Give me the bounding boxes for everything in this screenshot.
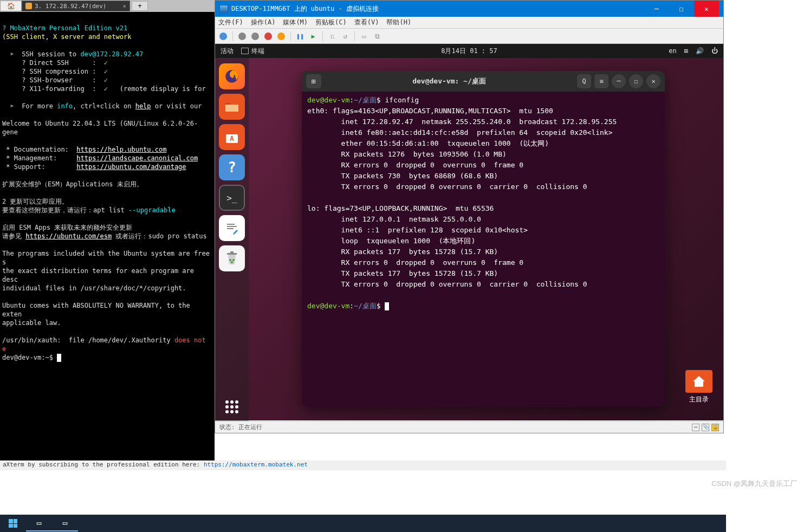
terminal-title: dev@dev-vm: ~/桌面 bbox=[321, 76, 577, 86]
clip-icon[interactable]: 📎 bbox=[702, 424, 709, 431]
prompt-path: ~/桌面 bbox=[354, 302, 377, 310]
ssh-browser: ? SSH-browser : bbox=[22, 76, 104, 84]
terminal-dock-icon[interactable]: >_ bbox=[219, 185, 245, 211]
menu-action[interactable]: 操作(A) bbox=[251, 18, 276, 27]
mgmt-label: * Management: bbox=[2, 154, 76, 162]
more-info: For more bbox=[22, 102, 57, 110]
new-tab-button[interactable]: + bbox=[132, 1, 148, 11]
ubuntu-desktop[interactable]: 活动 终端 8月14日 01 : 57 en ⊞ 🔊 ⏻ A ? >_ bbox=[215, 44, 723, 420]
mgmt-url[interactable]: https://landscape.canonical.com bbox=[76, 154, 198, 162]
share-button[interactable]: ⧉ bbox=[372, 31, 382, 41]
output-line: ether 00:15:5d:d6:a1:00 txqueuelen 1000 … bbox=[307, 139, 549, 147]
moba-footer: aXterm by subscribing to the professiona… bbox=[0, 460, 726, 470]
output-line: inet6 ::1 prefixlen 128 scopeid 0x10<hos… bbox=[307, 226, 528, 234]
info-link[interactable]: info bbox=[57, 102, 73, 110]
esm-enable: 启用 ESM Apps 来获取未来的额外安全更新 bbox=[2, 224, 132, 231]
reset-button[interactable]: ▶ bbox=[308, 31, 318, 41]
footer-link[interactable]: https://mobaxterm.mobatek.net bbox=[204, 461, 308, 468]
output-line: lo: flags=73<UP,LOOPBACK,RUNNING> mtu 65… bbox=[307, 204, 494, 212]
doc-url[interactable]: https://help.ubuntu.com bbox=[76, 146, 166, 153]
show-apps-button[interactable] bbox=[225, 400, 238, 413]
menu-media[interactable]: 媒体(M) bbox=[283, 18, 308, 27]
start-button[interactable] bbox=[237, 31, 247, 41]
menu-file[interactable]: 文件(F) bbox=[218, 18, 243, 27]
status-text: 状态: 正在运行 bbox=[219, 423, 262, 431]
x11-note: (remote display is for bbox=[120, 85, 206, 93]
hamburger-menu-button[interactable]: ≡ bbox=[594, 74, 608, 88]
output-line: eth0: flags=4163<UP,BROADCAST,RUNNING,MU… bbox=[307, 107, 553, 115]
output-line: inet 127.0.0.1 netmask 255.0.0.0 bbox=[307, 215, 481, 223]
output-line: RX packets 1276 bytes 1093506 (1.0 MB) bbox=[307, 150, 507, 158]
minimize-button[interactable]: ─ bbox=[644, 1, 669, 17]
prompt-user: dev@dev-vm bbox=[307, 302, 349, 310]
menu-help[interactable]: 帮助(H) bbox=[386, 18, 411, 27]
trash-icon[interactable] bbox=[219, 245, 245, 271]
menu-view[interactable]: 查看(V) bbox=[354, 18, 379, 27]
checkpoint-button[interactable]: ⎌ bbox=[327, 31, 337, 41]
lock-icon[interactable]: 🔒 bbox=[711, 424, 719, 431]
support-url[interactable]: https://ubuntu.com/advantage bbox=[76, 163, 186, 171]
terminal-body[interactable]: dev@dev-vm:~/桌面$ ifconfig eth0: flags=41… bbox=[302, 92, 665, 315]
svg-point-12 bbox=[231, 261, 233, 263]
close-icon[interactable]: × bbox=[122, 3, 126, 10]
datetime[interactable]: 8月14日 01 : 57 bbox=[441, 47, 497, 56]
separator bbox=[322, 31, 323, 41]
activities-button[interactable]: 活动 bbox=[221, 47, 234, 56]
help-icon[interactable]: ? bbox=[219, 154, 245, 180]
firefox-icon[interactable] bbox=[219, 63, 245, 89]
command: ifconfig bbox=[385, 96, 419, 104]
svg-point-11 bbox=[232, 259, 235, 261]
new-tab-button[interactable]: ⊞ bbox=[306, 74, 321, 88]
close-button[interactable]: ✕ bbox=[646, 74, 660, 88]
vm-title-bar[interactable]: DESKTOP-1IMMG6T 上的 ubuntu - 虚拟机连接 ─ ☐ ✕ bbox=[215, 1, 723, 17]
revert-button[interactable]: ↺ bbox=[340, 31, 350, 41]
svg-rect-6 bbox=[227, 226, 237, 227]
turnoff-button[interactable] bbox=[250, 31, 260, 41]
x11-forwarding: ? X11-forwarding : bbox=[22, 85, 104, 93]
text-editor-icon[interactable] bbox=[219, 215, 245, 241]
output-line: RX errors 0 dropped 0 overruns 0 frame 0 bbox=[307, 161, 523, 169]
moba-home-tab[interactable]: 🏠 bbox=[0, 1, 22, 11]
files-icon[interactable] bbox=[219, 94, 245, 120]
input-method[interactable]: en bbox=[669, 47, 676, 55]
app-indicator[interactable]: 终端 bbox=[241, 47, 264, 56]
svg-rect-7 bbox=[227, 228, 234, 229]
home-folder-desktop-icon[interactable]: 主目录 bbox=[685, 370, 712, 404]
cursor bbox=[385, 302, 389, 310]
enhanced-session-button[interactable]: ▭ bbox=[359, 31, 369, 41]
esm-url[interactable]: https://ubuntu.com/esm bbox=[25, 232, 112, 240]
moba-session-tab[interactable]: 3. 172.28.92.47(dev) × bbox=[22, 1, 130, 11]
moba-terminal[interactable]: ? MobaXterm Personal Edition v21 (SSH cl… bbox=[0, 12, 215, 374]
output-line: RX packets 177 bytes 15728 (15.7 KB) bbox=[307, 248, 498, 256]
menu-clipboard[interactable]: 剪贴板(C) bbox=[315, 18, 347, 27]
topbar-left: 活动 终端 bbox=[221, 47, 264, 56]
maximize-button[interactable]: ☐ bbox=[669, 1, 694, 17]
ubuntu-dock: A ? >_ bbox=[215, 58, 249, 421]
start-button[interactable] bbox=[0, 515, 26, 531]
taskbar-app[interactable]: ▭ bbox=[52, 515, 78, 531]
pause-button[interactable]: ❚❚ bbox=[295, 31, 305, 41]
ctrl-alt-del-button[interactable] bbox=[218, 31, 228, 41]
svg-rect-5 bbox=[227, 224, 235, 225]
direct-ssh: ? Direct SSH : bbox=[22, 59, 104, 67]
save-button[interactable] bbox=[276, 31, 286, 41]
welcome-msg: Welcome to Ubuntu 22.04.3 LTS (GNU/Linux… bbox=[2, 120, 198, 136]
shutdown-button[interactable] bbox=[263, 31, 273, 41]
display-icon[interactable]: ▭ bbox=[692, 424, 699, 431]
programs2: the exact distribution terms for each pr… bbox=[2, 267, 198, 283]
power-icon[interactable]: ⏻ bbox=[711, 47, 718, 55]
task-view-button[interactable]: ▭ bbox=[26, 515, 52, 531]
terminal-header[interactable]: ⊞ dev@dev-vm: ~/桌面 Q ≡ ─ ☐ ✕ bbox=[302, 71, 665, 92]
tab-title: 3. 172.28.92.47(dev) bbox=[35, 3, 106, 10]
search-button[interactable]: Q bbox=[577, 74, 591, 88]
volume-icon[interactable]: 🔊 bbox=[696, 47, 704, 55]
maximize-button[interactable]: ☐ bbox=[629, 74, 643, 88]
close-button[interactable]: ✕ bbox=[694, 1, 719, 17]
network-icon[interactable]: ⊞ bbox=[684, 47, 688, 55]
separator bbox=[354, 31, 355, 41]
gnome-topbar: 活动 终端 8月14日 01 : 57 en ⊞ 🔊 ⏻ bbox=[215, 44, 723, 58]
help-link[interactable]: help bbox=[135, 102, 151, 110]
topbar-right: en ⊞ 🔊 ⏻ bbox=[669, 47, 718, 55]
software-store-icon[interactable]: A bbox=[219, 124, 245, 150]
minimize-button[interactable]: ─ bbox=[612, 74, 626, 88]
